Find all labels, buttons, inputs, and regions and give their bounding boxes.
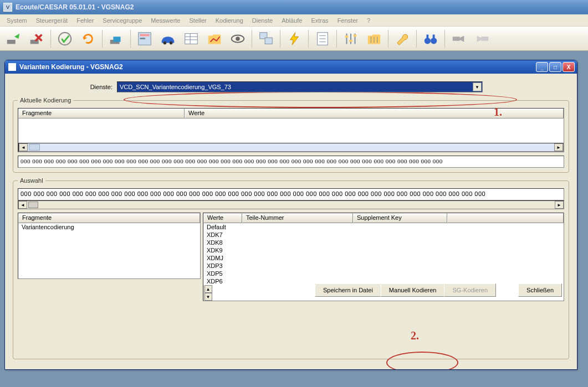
menu-steller[interactable]: Steller (185, 16, 211, 25)
menu-fehler[interactable]: Fehler (72, 16, 98, 25)
svg-rect-27 (354, 34, 357, 37)
child-title: Varianten Kodierung - VGSNAG2 (19, 63, 536, 71)
toolbar-flash-icon[interactable] (283, 28, 305, 49)
scroll-right-icon[interactable]: ► (555, 201, 564, 209)
auswahl-group: Auswahl 000 000 000 000 000 000 000 000 … (13, 177, 569, 359)
svg-point-9 (170, 41, 173, 44)
toolbar-list-icon[interactable] (311, 28, 334, 49)
toolbar-sliders-folder-icon[interactable] (363, 28, 385, 49)
toolbar-car-icon[interactable] (157, 28, 179, 49)
toolbar-windows-icon[interactable] (255, 28, 277, 49)
toolbar-wrench-icon[interactable] (391, 28, 413, 49)
scroll-left-icon[interactable]: ◄ (19, 143, 28, 151)
chevron-down-icon[interactable]: ▼ (473, 82, 482, 91)
child-body: 1. 2. Dienste: VCD_SCN_Variantencodierun… (5, 74, 577, 369)
auswahl-hscroll[interactable]: ◄ ► (18, 200, 564, 209)
svg-rect-6 (140, 34, 150, 36)
svg-rect-7 (140, 38, 145, 39)
toolbar (0, 27, 588, 51)
toolbar-sliders-icon[interactable] (340, 28, 362, 49)
toolbar-table-icon[interactable] (180, 28, 202, 49)
menu-kodierung[interactable]: Kodierung (211, 16, 248, 25)
toolbar-plug-out-icon[interactable] (471, 28, 493, 49)
menu-dienste[interactable]: Dienste (248, 16, 277, 25)
menu-fenster[interactable]: Fenster (333, 16, 362, 25)
col-werte[interactable]: Werte (185, 109, 564, 118)
minimize-button[interactable]: _ (536, 62, 548, 72)
scroll-thumb[interactable] (28, 202, 38, 208)
menu-extras[interactable]: Extras (306, 16, 333, 25)
aktuelle-hex: 000 000 000 000 000 000 000 000 000 000 … (18, 156, 564, 168)
menu-servicegruppe[interactable]: Servicegruppe (98, 16, 146, 25)
menu-steuergeraet[interactable]: Steuergerät (32, 16, 72, 25)
col-supplement[interactable]: Supplement Key (353, 213, 447, 223)
scroll-right-icon[interactable]: ► (554, 143, 563, 151)
toolbar-connect-icon[interactable] (2, 28, 24, 49)
auswahl-left-body[interactable]: Variantencodierung (18, 223, 200, 278)
menu-system[interactable]: System (2, 16, 32, 25)
child-titlebar: Varianten Kodierung - VGSNAG2 _ □ X (5, 60, 577, 74)
toolbar-binoculars-icon[interactable] (420, 28, 442, 49)
col-fragmente-left[interactable]: Fragmente (18, 213, 200, 223)
svg-rect-36 (481, 37, 488, 41)
auswahl-split: Fragmente Variantencodierung Werte (18, 213, 564, 279)
aktuelle-hscroll[interactable]: ◄ ► (18, 143, 564, 152)
toolbar-form-icon[interactable] (134, 28, 156, 49)
svg-rect-0 (7, 39, 16, 44)
menu-bar: System Steuergerät Fehler Servicegruppe … (0, 14, 588, 27)
toolbar-check-icon[interactable] (54, 28, 76, 49)
scroll-left-icon[interactable]: ◄ (18, 201, 27, 209)
svg-point-15 (236, 37, 240, 41)
svg-rect-4 (113, 37, 120, 42)
aktuelle-kodierung-group: Aktuelle Kodierung Fragmente Werte ◄ ► 0… (13, 97, 569, 173)
aktuelle-grid-header: Fragmente Werte (18, 109, 564, 118)
aktuelle-grid: Fragmente Werte ◄ ► (18, 108, 564, 152)
toolbar-plug-in-icon[interactable] (448, 28, 470, 49)
toolbar-disconnect-icon[interactable] (25, 28, 48, 49)
menu-ablaeufe[interactable]: Abläufe (277, 16, 306, 25)
dienste-combobox[interactable]: VCD_SCN_Variantencodierung_VGS_73 ▼ (117, 81, 483, 92)
button-row: Speichern in Datei Manuell Kodieren SG-K… (18, 283, 564, 297)
toolbar-refresh-icon[interactable] (77, 28, 99, 49)
list-item[interactable]: XDMJ (203, 254, 564, 262)
col-teile[interactable]: Teile-Nummer (242, 213, 353, 223)
toolbar-eye-icon[interactable] (227, 28, 249, 49)
dienste-value: VCD_SCN_Variantencodierung_VGS_73 (120, 84, 231, 90)
list-item[interactable]: XDK8 (203, 239, 564, 246)
maximize-button[interactable]: □ (549, 62, 561, 72)
scroll-thumb[interactable] (29, 144, 40, 151)
col-empty[interactable] (447, 213, 564, 223)
schliessen-button[interactable]: Schließen (518, 283, 562, 297)
list-item[interactable]: Variantencodierung (18, 223, 200, 231)
list-item[interactable]: Default (203, 223, 564, 231)
app-title: Ecoute/CAESAR 05.01.01 - VGSNAG2 (16, 3, 134, 11)
close-button[interactable]: X (563, 62, 575, 72)
list-item[interactable]: XDK7 (203, 231, 564, 239)
toolbar-chart-folder-icon[interactable] (203, 28, 226, 49)
aktuelle-grid-body[interactable] (18, 118, 564, 143)
child-icon (8, 63, 16, 71)
list-item[interactable]: XDP3 (203, 262, 564, 270)
manuell-kodieren-button[interactable]: Manuell Kodieren (381, 283, 445, 297)
mdi-client-area: Varianten Kodierung - VGSNAG2 _ □ X 1. 2… (0, 51, 588, 387)
svg-rect-25 (345, 35, 349, 38)
list-item[interactable]: XDP5 (203, 270, 564, 277)
sg-kodieren-button[interactable]: SG-Kodieren (444, 283, 496, 297)
app-titlebar: V Ecoute/CAESAR 05.01.01 - VGSNAG2 (0, 0, 588, 14)
list-item[interactable]: XDK9 (203, 246, 564, 254)
col-fragmente[interactable]: Fragmente (18, 109, 185, 118)
auswahl-right-body[interactable]: Default XDK7 XDK8 XDK9 XDMJ XDP3 XDP5 XD… (203, 223, 564, 285)
menu-help[interactable]: ? (362, 16, 375, 25)
speichern-button[interactable]: Speichern in Datei (315, 283, 381, 297)
svg-point-8 (163, 41, 167, 44)
svg-rect-17 (265, 38, 272, 44)
svg-rect-34 (433, 34, 435, 39)
toolbar-disk-icon[interactable] (105, 28, 127, 49)
col-werte-right[interactable]: Werte (203, 213, 242, 223)
svg-rect-26 (349, 39, 352, 42)
svg-point-2 (59, 32, 71, 45)
menu-messwerte[interactable]: Messwerte (146, 16, 185, 25)
auswahl-right-grid: Werte Teile-Nummer Supplement Key Defaul… (203, 213, 564, 279)
dienste-row: Dienste: VCD_SCN_Variantencodierung_VGS_… (79, 81, 569, 92)
svg-rect-35 (453, 37, 460, 41)
